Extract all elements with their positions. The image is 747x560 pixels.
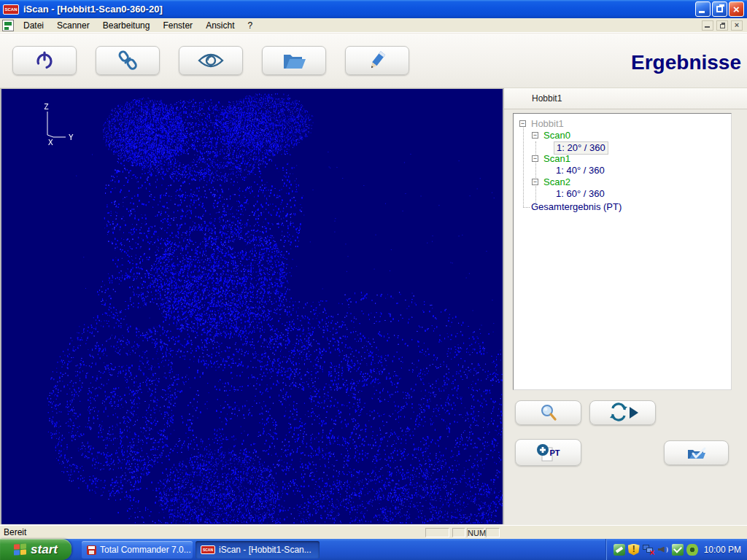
point-cloud[interactable]: [1, 89, 503, 524]
total-commander-icon: [87, 545, 96, 555]
status-bar: Bereit NUM: [0, 525, 747, 539]
expander-icon[interactable]: −: [532, 179, 538, 185]
results-panel: Hobbit1 − Hobbit1 − Scan0 1: 20° / 360 −…: [504, 88, 747, 525]
menu-bar: Datei Scanner Bearbeitung Fenster Ansich…: [0, 18, 747, 33]
svg-text:X: X: [48, 138, 53, 147]
search-button[interactable]: [515, 400, 581, 425]
menu-ansicht[interactable]: Ansicht: [199, 19, 241, 32]
replay-icon: [607, 402, 639, 423]
menu-bearbeitung[interactable]: Bearbeitung: [96, 19, 157, 32]
mdi-minimize-button[interactable]: [702, 20, 713, 31]
mdi-restore-button[interactable]: [716, 20, 728, 31]
nvidia-icon[interactable]: [686, 544, 698, 556]
num-lock-indicator: NUM: [467, 528, 484, 537]
add-pt-button[interactable]: PT: [515, 439, 581, 466]
expander-icon[interactable]: −: [519, 120, 526, 127]
svg-text:Y: Y: [69, 133, 74, 142]
document-icon[interactable]: [2, 20, 14, 31]
vm-tools-icon[interactable]: [672, 544, 684, 556]
restore-button[interactable]: [712, 1, 727, 17]
desktop: SCAN iScan - [Hobbit1-Scan0-360-20] × Da…: [0, 0, 747, 560]
replay-button[interactable]: [589, 400, 656, 425]
task-iscan[interactable]: SCAN iScan - [Hobbit1-Scan...: [196, 541, 320, 559]
edit-pencil-icon: [365, 50, 390, 71]
task-total-commander[interactable]: Total Commander 7.0...: [82, 541, 193, 559]
menu-help[interactable]: ?: [241, 19, 259, 32]
title-bar: SCAN iScan - [Hobbit1-Scan0-360-20] ×: [0, 0, 747, 18]
close-button[interactable]: ×: [729, 1, 744, 17]
scan-tree[interactable]: − Hobbit1 − Scan0 1: 20° / 360 − Scan1 1…: [513, 113, 732, 390]
mdi-close-button[interactable]: ×: [731, 20, 743, 31]
expander-icon[interactable]: −: [532, 155, 538, 162]
menu-datei[interactable]: Datei: [17, 19, 50, 32]
toolbar: Ergebnisse: [0, 34, 747, 88]
edit-button[interactable]: [345, 46, 409, 75]
status-text: Bereit: [4, 527, 26, 537]
expander-icon[interactable]: −: [532, 132, 538, 139]
system-tray: × 10:00 PM: [605, 539, 747, 560]
volume-icon[interactable]: [657, 544, 669, 556]
taskbar: start Total Commander 7.0... SCAN iScan …: [0, 539, 747, 560]
scan-3d-viewport[interactable]: Z X Y: [0, 88, 504, 524]
app-logo-icon: SCAN: [3, 4, 19, 15]
windows-logo-icon: [14, 543, 27, 556]
power-button[interactable]: [12, 46, 77, 75]
pt-label: PT: [549, 448, 560, 457]
window-title: iScan - [Hobbit1-Scan0-360-20]: [23, 4, 695, 15]
shared-folder-icon[interactable]: [614, 544, 625, 556]
menu-scanner[interactable]: Scanner: [50, 19, 96, 32]
connect-icon: [116, 49, 139, 72]
axis-triad: Z X Y: [36, 102, 80, 153]
power-icon: [34, 50, 55, 71]
taskbar-clock[interactable]: 10:00 PM: [704, 545, 741, 555]
view-button[interactable]: [179, 46, 243, 75]
view-icon: [198, 52, 224, 69]
accept-button[interactable]: [664, 440, 729, 465]
minimize-button[interactable]: [695, 1, 711, 17]
network-offline-icon[interactable]: ×: [643, 544, 654, 556]
results-header: Hobbit1: [504, 88, 747, 109]
accept-icon: [686, 444, 708, 462]
search-icon: [539, 403, 558, 422]
svg-text:Z: Z: [44, 102, 49, 112]
connect-button[interactable]: [96, 46, 160, 75]
open-folder-icon: [282, 50, 306, 71]
open-button[interactable]: [262, 46, 326, 75]
start-button[interactable]: start: [0, 539, 71, 560]
menu-fenster[interactable]: Fenster: [156, 19, 199, 32]
security-shield-icon[interactable]: [628, 544, 640, 556]
iscan-icon: SCAN: [201, 545, 215, 554]
page-title: Ergebnisse: [631, 51, 741, 74]
